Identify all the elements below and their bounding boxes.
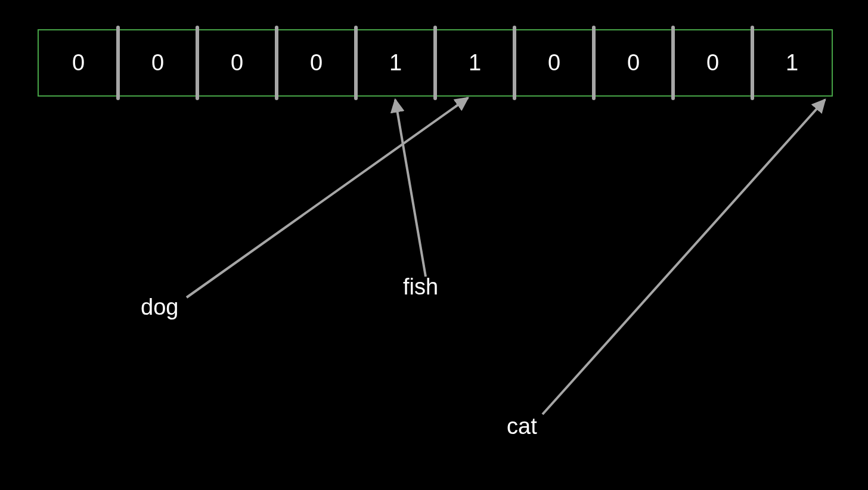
arrow-dog bbox=[187, 98, 468, 297]
label-cat: cat bbox=[507, 414, 537, 439]
bit-cell-3: 0 bbox=[277, 30, 356, 95]
bit-cell-6: 0 bbox=[514, 30, 594, 95]
bit-cell-1: 0 bbox=[118, 30, 197, 95]
diagram-canvas: 0 0 0 0 1 1 0 0 0 1 dog fish cat bbox=[0, 0, 868, 490]
bit-cell-9: 1 bbox=[752, 30, 832, 95]
label-dog: dog bbox=[141, 294, 178, 320]
arrow-cat bbox=[542, 100, 825, 414]
bit-cell-2: 0 bbox=[197, 30, 277, 95]
arrow-fish bbox=[395, 100, 426, 277]
label-fish: fish bbox=[403, 274, 438, 300]
bit-cell-8: 0 bbox=[673, 30, 752, 95]
bit-cell-5: 1 bbox=[435, 30, 514, 95]
bit-cell-0: 0 bbox=[39, 30, 118, 95]
bit-cell-4: 1 bbox=[356, 30, 435, 95]
bit-array: 0 0 0 0 1 1 0 0 0 1 bbox=[38, 29, 833, 97]
bit-cell-7: 0 bbox=[594, 30, 673, 95]
